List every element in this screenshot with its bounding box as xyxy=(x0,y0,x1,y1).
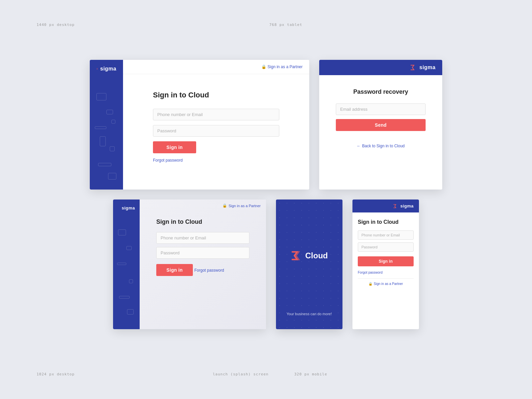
back-link-768[interactable]: ← Back to Sign in to Cloud xyxy=(357,144,405,148)
logo-320: sigma xyxy=(393,203,414,208)
partner-area-320: 🔒 Sign in as a Partner xyxy=(358,282,414,286)
main-content-1024: 🔒 Sign in as a Partner Sign in to Cloud … xyxy=(140,200,266,329)
panel-splash: Cloud Your business can do more! xyxy=(276,200,342,329)
forgot-link-1024[interactable]: Forgot password xyxy=(194,268,224,273)
arrow-icon-768: ← xyxy=(357,144,361,148)
password-input-1440[interactable] xyxy=(153,125,279,137)
sidebar-1024: sigma xyxy=(113,200,140,329)
phone-input-320[interactable] xyxy=(358,230,414,240)
cloud-logo-icon xyxy=(291,251,303,260)
top-bar-1440: 🔒 Sign in as a Partner xyxy=(123,60,309,74)
sidebar-deco-1024 xyxy=(113,200,140,329)
top-bar-1024: 🔒 Sign in as a Partner xyxy=(140,200,266,212)
sigma-text-1440: sigma xyxy=(100,66,116,72)
panel-1024: sigma 🔒 Sign in as a Partner Sign in to … xyxy=(113,200,266,329)
sidebar-logo-1024: sigma xyxy=(113,200,140,216)
partner-link-1440[interactable]: 🔒 Sign in as a Partner xyxy=(261,65,303,69)
main-content-768: Password recovery Send ← Back to Sign in… xyxy=(319,75,442,190)
header-bar-320: sigma xyxy=(352,200,419,212)
label-1440: 1440 px desktop xyxy=(37,23,74,27)
splash-center: Cloud xyxy=(291,200,328,312)
header-bar-768: sigma xyxy=(319,60,442,75)
sigma-text-320: sigma xyxy=(400,203,414,208)
signin-button-320[interactable]: Sign in xyxy=(358,256,414,266)
sidebar-1440: sigma xyxy=(90,60,123,190)
phone-field-320 xyxy=(358,230,414,240)
panel-768: sigma Password recovery Send ← Back to S… xyxy=(319,60,442,190)
label-1024: 1024 px desktop xyxy=(37,372,74,376)
password-input-320[interactable] xyxy=(358,242,414,252)
panel-320: sigma Sign in to Cloud Sign in Forgot pa… xyxy=(352,200,419,329)
form-area-1024: Sign in to Cloud Sign in Forgot password xyxy=(140,212,266,289)
send-area-768: Send xyxy=(336,119,426,131)
password-input-1024[interactable] xyxy=(156,247,249,259)
form-title-320: Sign in to Cloud xyxy=(358,219,414,225)
phone-input-1440[interactable] xyxy=(153,109,279,120)
forgot-link-1440[interactable]: Forgot password xyxy=(153,158,183,163)
main-content-1440: 🔒 Sign in as a Partner Sign in to Cloud … xyxy=(123,60,309,190)
main-content-320: Sign in to Cloud Sign in Forgot password… xyxy=(352,212,419,329)
splash-tagline: Your business can do more! xyxy=(280,312,338,316)
label-768: 768 px tablet xyxy=(269,23,302,27)
lock-icon-1024: 🔒 xyxy=(222,203,227,208)
label-320: 320 px mobile xyxy=(294,372,327,376)
sidebar-deco-1440 xyxy=(90,60,123,190)
password-field-1440 xyxy=(153,125,279,137)
divider-320 xyxy=(358,278,414,279)
sigma-icon-320 xyxy=(393,204,398,208)
send-button-768[interactable]: Send xyxy=(336,119,426,131)
cloud-text: Cloud xyxy=(305,251,328,260)
signin-button-1440[interactable]: Sign in xyxy=(153,141,196,153)
form-title-768: Password recovery xyxy=(353,88,408,95)
partner-link-320[interactable]: 🔒 Sign in as a Partner xyxy=(368,282,403,286)
lock-icon-1440: 🔒 xyxy=(261,65,266,69)
email-input-768[interactable] xyxy=(336,103,426,115)
sigma-icon-1440 xyxy=(96,66,98,71)
sigma-text-768: sigma xyxy=(419,65,436,70)
partner-link-1024[interactable]: 🔒 Sign in as a Partner xyxy=(222,203,261,208)
sigma-text-1024: sigma xyxy=(122,205,135,210)
cloud-logo: Cloud xyxy=(291,251,328,260)
form-actions-1440: Sign in Forgot password xyxy=(153,141,279,163)
form-title-1440: Sign in to Cloud xyxy=(153,91,279,99)
phone-input-1024[interactable] xyxy=(156,232,249,244)
password-field-320 xyxy=(358,242,414,252)
sidebar-logo-1440: sigma xyxy=(90,60,123,78)
form-title-1024: Sign in to Cloud xyxy=(156,218,249,225)
phone-field-1024 xyxy=(156,232,249,244)
forgot-link-320[interactable]: Forgot password xyxy=(358,271,382,274)
password-field-1024 xyxy=(156,247,249,259)
page-wrapper: 1440 px desktop 768 px tablet 1024 px de… xyxy=(0,0,532,399)
label-splash: launch (splash) screen xyxy=(213,372,269,376)
form-area-1440: Sign in to Cloud Sign in Forgot password xyxy=(123,74,309,176)
logo-768: sigma xyxy=(410,65,436,70)
lock-icon-320: 🔒 xyxy=(368,282,372,286)
signin-button-1024[interactable]: Sign in xyxy=(156,264,193,276)
phone-field-1440 xyxy=(153,109,279,120)
panel-1440: sigma 🔒 Sign in as a Partner Sign in to … xyxy=(90,60,309,190)
email-field-768 xyxy=(336,103,426,115)
sigma-icon-768 xyxy=(410,65,417,70)
